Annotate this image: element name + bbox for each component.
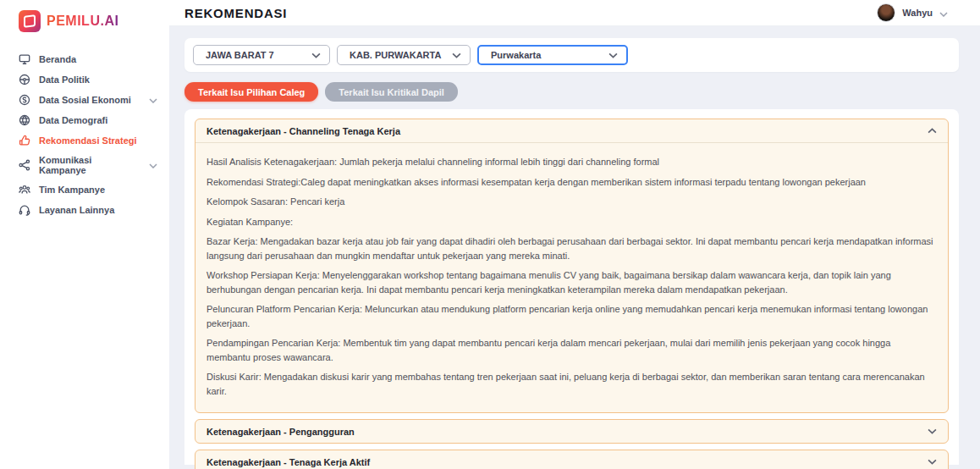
chevron-down-icon — [149, 160, 157, 170]
kecamatan-select[interactable]: Purwakarta — [477, 45, 628, 65]
sidebar-item-label: Data Demografi — [39, 115, 157, 125]
user-menu[interactable]: Wahyu — [877, 3, 948, 22]
sidebar-item-data-sosial-ekonomi[interactable]: Data Sosial Ekonomi — [0, 90, 169, 110]
globe-icon — [19, 114, 30, 126]
accordion-header[interactable]: Ketenagakerjaan - Tenaga Kerja Aktif — [195, 450, 948, 469]
chevron-down-icon — [149, 95, 157, 105]
thumbs-up-icon — [19, 135, 30, 146]
main-area: REKOMENDASI Wahyu JAWA BARAT 7 K — [169, 0, 980, 469]
kabupaten-select[interactable]: KAB. PURWAKARTA — [337, 45, 471, 65]
recommendation-paragraph: Rekomendasi Strategi:Caleg dapat meningk… — [206, 175, 937, 190]
accordion-header[interactable]: Ketenagakerjaan - Pengangguran — [195, 420, 948, 443]
page-title: REKOMENDASI — [184, 6, 287, 20]
accordion-header[interactable]: Ketenagakerjaan - Channeling Tenaga Kerj… — [195, 119, 948, 142]
accordion-pengangguran: Ketenagakerjaan - Pengangguran — [195, 419, 949, 444]
dapil-select-value: JAWA BARAT 7 — [206, 50, 274, 60]
recommendations-card: Ketenagakerjaan - Channeling Tenaga Kerj… — [184, 109, 959, 465]
kecamatan-select-value: Purwakarta — [491, 50, 541, 60]
chevron-down-icon — [939, 5, 948, 20]
sidebar-item-data-demografi[interactable]: Data Demografi — [0, 110, 169, 130]
sidebar-item-label: Layanan Lainnya — [39, 205, 157, 215]
accordion-title: Ketenagakerjaan - Pengangguran — [206, 427, 355, 437]
steering-wheel-icon — [19, 74, 30, 86]
sidebar-item-label: Beranda — [39, 54, 157, 64]
sidebar-item-rekomendasi-strategi[interactable]: Rekomendasi Strategi — [0, 130, 169, 151]
accordion-title: Ketenagakerjaan - Channeling Tenaga Kerj… — [206, 126, 400, 136]
sidebar-nav: Beranda Data Politik Data Sosial Ekonomi — [0, 44, 169, 220]
user-name: Wahyu — [902, 8, 933, 18]
tab-terkait-isu-pilihan-caleg[interactable]: Terkait Isu Pilihan Caleg — [184, 82, 318, 102]
tab-terkait-isu-kritikal-dapil[interactable]: Terkait Isu Kritikal Dapil — [325, 82, 458, 102]
sidebar-item-label: Komunikasi Kampanye — [39, 155, 140, 175]
tab-row: Terkait Isu Pilihan Caleg Terkait Isu Kr… — [184, 82, 959, 102]
chevron-down-icon — [608, 50, 618, 60]
sidebar-item-beranda[interactable]: Beranda — [0, 49, 169, 69]
sidebar-item-label: Tim Kampanye — [39, 185, 157, 195]
sidebar-item-label: Data Sosial Ekonomi — [39, 95, 140, 105]
accordion-channeling-tenaga-kerja: Ketenagakerjaan - Channeling Tenaga Kerj… — [195, 119, 949, 413]
recommendation-paragraph: Kegiatan Kampanye: — [206, 215, 937, 229]
dapil-select[interactable]: JAWA BARAT 7 — [193, 45, 330, 65]
recommendation-paragraph: Diskusi Karir: Mengadakan diskusi karir … — [206, 370, 937, 398]
filter-card: JAWA BARAT 7 KAB. PURWAKARTA Purwakarta — [184, 38, 959, 72]
sidebar-item-label: Rekomendasi Strategi — [39, 135, 157, 146]
sidebar: PEMILU.AI Beranda Data Politik Data Sosi — [0, 0, 169, 469]
recommendation-paragraph: Workshop Persiapan Kerja: Menyelenggarak… — [206, 268, 937, 296]
content: JAWA BARAT 7 KAB. PURWAKARTA Purwakarta — [169, 26, 980, 469]
sidebar-item-label: Data Politik — [39, 74, 157, 85]
chevron-down-icon — [452, 50, 461, 60]
accordion-body: Hasil Analisis Ketenagakerjaan: Jumlah p… — [195, 142, 948, 412]
recommendation-paragraph: Pendampingan Pencarian Kerja: Membentuk … — [206, 336, 937, 364]
monitor-icon — [19, 53, 30, 65]
recommendation-paragraph: Kelompok Sasaran: Pencari kerja — [206, 195, 937, 209]
avatar — [877, 3, 895, 22]
logo[interactable]: PEMILU.AI — [0, 8, 169, 44]
chevron-up-icon — [928, 128, 937, 134]
app-root: PEMILU.AI Beranda Data Politik Data Sosi — [0, 0, 980, 469]
sidebar-item-komunikasi-kampanye[interactable]: Komunikasi Kampanye — [0, 151, 169, 179]
team-icon — [19, 184, 30, 196]
chevron-down-icon — [928, 459, 937, 465]
accordion-title: Ketenagakerjaan - Tenaga Kerja Aktif — [206, 457, 370, 467]
recommendation-paragraph: Peluncuran Platform Pencarian Kerja: Mel… — [206, 302, 937, 330]
recommendation-paragraph: Bazar Kerja: Mengadakan bazar kerja atau… — [206, 234, 937, 262]
accordion-tenaga-kerja-aktif: Ketenagakerjaan - Tenaga Kerja Aktif — [195, 450, 949, 469]
chevron-down-icon — [311, 50, 321, 60]
chevron-down-icon — [928, 428, 937, 434]
share-icon — [19, 159, 30, 171]
pemilu-logo-icon — [19, 10, 41, 32]
sidebar-item-data-politik[interactable]: Data Politik — [0, 69, 169, 90]
sidebar-item-layanan-lainnya[interactable]: Layanan Lainnya — [0, 200, 169, 220]
kabupaten-select-value: KAB. PURWAKARTA — [350, 50, 441, 60]
sidebar-item-tim-kampanye[interactable]: Tim Kampanye — [0, 179, 169, 200]
top-bar: REKOMENDASI Wahyu — [169, 0, 980, 26]
recommendation-paragraph: Hasil Analisis Ketenagakerjaan: Jumlah p… — [206, 155, 937, 169]
coin-icon — [19, 94, 30, 106]
headset-icon — [19, 204, 30, 216]
logo-text: PEMILU.AI — [47, 14, 118, 29]
